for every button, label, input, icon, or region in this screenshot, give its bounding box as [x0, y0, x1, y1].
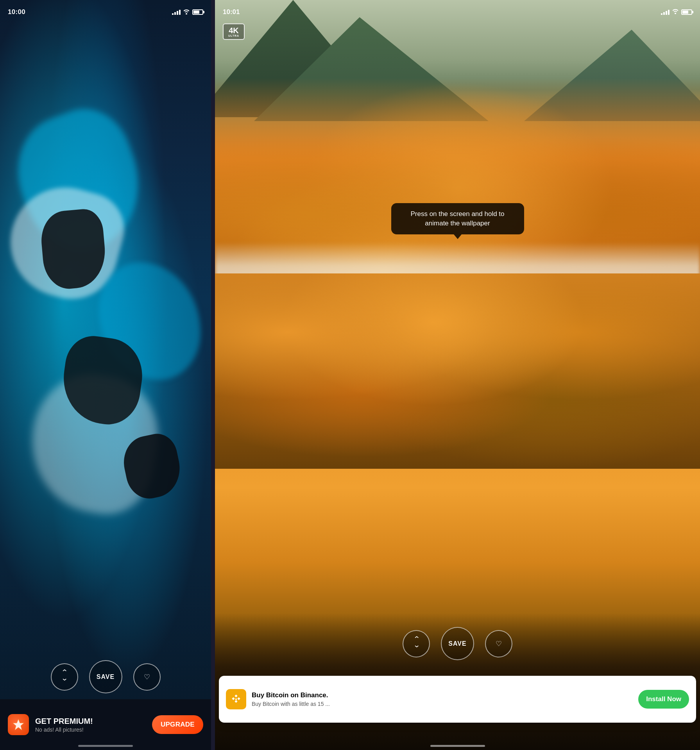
- chevron-updown-icon-right: [414, 637, 419, 650]
- wifi-icon-right: [672, 9, 679, 16]
- signal-bar-r1: [661, 13, 662, 15]
- signal-bar-1: [172, 13, 174, 15]
- tooltip-text: Press on the screen and hold to animate …: [410, 210, 504, 227]
- bottom-controls-right: SAVE: [215, 627, 700, 660]
- status-time-left: 10:00: [8, 8, 25, 16]
- signal-bar-r4: [668, 10, 670, 15]
- ad-title: Buy Bitcoin on Binance.: [252, 691, 633, 699]
- battery-fill-right: [682, 11, 688, 14]
- like-button-right[interactable]: [485, 630, 512, 657]
- right-screen: 10:01 4K ULTRA Press on the screen and h…: [215, 0, 700, 750]
- animate-tooltip: Press on the screen and hold to animate …: [391, 203, 524, 234]
- status-bar-right: 10:01: [215, 0, 700, 20]
- like-button-left[interactable]: [133, 663, 161, 691]
- ad-logo: [226, 689, 246, 709]
- status-time-right: 10:01: [223, 8, 240, 16]
- svg-marker-0: [13, 719, 24, 730]
- heart-icon-right: [496, 639, 502, 648]
- battery-icon-left: [192, 9, 203, 15]
- ad-banner[interactable]: Buy Bitcoin on Binance. Buy Bitcoin with…: [219, 676, 696, 723]
- signal-bar-4: [179, 10, 181, 15]
- signal-bar-3: [177, 11, 178, 15]
- scroll-button-right[interactable]: [403, 630, 430, 657]
- install-now-button[interactable]: Install Now: [638, 690, 689, 709]
- battery-fill-left: [193, 11, 199, 14]
- signal-bar-r3: [666, 11, 667, 15]
- chevron-updown-icon-left: [61, 670, 67, 683]
- left-screen: 10:00 SAVE: [0, 0, 211, 750]
- premium-subtitle: No ads! All pictures!: [35, 727, 146, 733]
- signal-bars-right: [661, 10, 670, 15]
- battery-icon-right: [681, 9, 692, 15]
- signal-bar-r2: [663, 12, 665, 15]
- save-button-left[interactable]: SAVE: [89, 660, 122, 693]
- signal-bar-2: [174, 12, 176, 15]
- forest-bottom: [215, 273, 700, 469]
- binance-logo-icon: [229, 692, 243, 706]
- premium-text-block: GET PREMIUM! No ads! All pictures!: [35, 717, 146, 733]
- scroll-button-left[interactable]: [51, 663, 78, 691]
- premium-banner: GET PREMIUM! No ads! All pictures! UPGRA…: [0, 699, 211, 750]
- status-icons-right: [661, 9, 692, 16]
- premium-logo-icon: [8, 714, 29, 735]
- home-indicator-left: [78, 745, 133, 747]
- upgrade-button[interactable]: UPGRADE: [152, 715, 203, 734]
- wifi-icon-left: [183, 9, 190, 16]
- ad-text-block: Buy Bitcoin on Binance. Buy Bitcoin with…: [252, 691, 633, 707]
- 4k-badge-text: 4K: [229, 27, 239, 34]
- ultra-badge-text: ULTRA: [228, 34, 239, 37]
- 4k-badge: 4K ULTRA: [223, 23, 245, 40]
- signal-bars-left: [172, 10, 181, 15]
- save-button-right[interactable]: SAVE: [441, 627, 474, 660]
- panel-divider: [211, 0, 215, 750]
- bottom-controls-left: SAVE: [0, 660, 211, 693]
- heart-icon-left: [144, 673, 150, 681]
- status-bar-left: 10:00: [0, 0, 211, 20]
- home-indicator-right: [430, 745, 485, 747]
- premium-title: GET PREMIUM!: [35, 717, 146, 726]
- ad-subtitle: Buy Bitcoin with as little as 15 ...: [252, 701, 633, 707]
- status-icons-left: [172, 9, 203, 16]
